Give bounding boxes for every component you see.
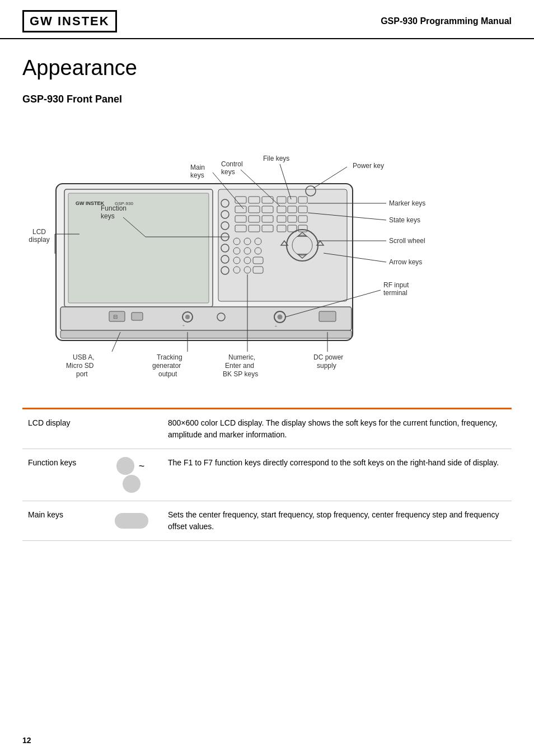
page-header: GW INSTEK GSP-930 Programming Manual <box>0 0 534 39</box>
svg-text:Main: Main <box>190 164 205 171</box>
diagram-svg: GW INSTEK GSP-930 <box>22 116 512 402</box>
svg-text:keys: keys <box>101 212 115 220</box>
svg-text:Enter and: Enter and <box>225 362 254 370</box>
info-table: LCD display 800×600 color LCD display. T… <box>22 409 512 541</box>
row-description: 800×600 color LCD display. The display s… <box>162 409 512 449</box>
svg-text:Arrow keys: Arrow keys <box>389 258 422 266</box>
key-rounded-icon <box>115 513 148 529</box>
main-content: Appearance GSP-930 Front Panel GW INSTEK… <box>0 39 534 552</box>
svg-text:Scroll wheel: Scroll wheel <box>389 237 425 245</box>
logo: GW INSTEK <box>22 10 117 32</box>
svg-text:÷: ÷ <box>182 324 185 328</box>
table-row: Main keys Sets the center frequency, sta… <box>22 501 512 541</box>
tilde-separator: ~ <box>139 460 145 472</box>
svg-text:GW INSTEK: GW INSTEK <box>76 200 104 206</box>
svg-text:Function: Function <box>101 204 127 212</box>
svg-text:State keys: State keys <box>389 216 420 224</box>
svg-text:output: output <box>158 370 177 378</box>
front-panel-diagram: GW INSTEK GSP-930 <box>22 116 512 402</box>
svg-text:DC power: DC power <box>313 353 343 361</box>
svg-text:generator: generator <box>152 362 181 370</box>
svg-text:Power key: Power key <box>353 162 384 170</box>
svg-text:keys: keys <box>221 168 235 176</box>
table-row: Function keys ~ The F1 to F7 function ke… <box>22 449 512 501</box>
svg-text:BK SP keys: BK SP keys <box>223 370 258 378</box>
svg-rect-67 <box>319 311 336 321</box>
svg-text:LCD: LCD <box>32 228 46 236</box>
page-number: 12 <box>22 736 31 745</box>
row-icon-cell <box>101 501 162 541</box>
svg-text:⊟: ⊟ <box>113 314 118 320</box>
header-title: GSP-930 Programming Manual <box>381 16 512 26</box>
row-description: The F1 to F7 function keys directly corr… <box>162 449 512 501</box>
svg-text:Control: Control <box>221 160 243 168</box>
row-icon-cell: ~ <box>101 449 162 501</box>
svg-text:USB A,: USB A, <box>73 353 95 361</box>
logo-text: GW INSTEK <box>30 14 110 28</box>
row-label: LCD display <box>22 409 101 449</box>
svg-point-61 <box>185 315 190 319</box>
svg-text:port: port <box>76 370 88 378</box>
svg-rect-59 <box>132 312 143 320</box>
svg-text:terminal: terminal <box>383 289 407 297</box>
key-circle-icon-2 <box>123 475 140 493</box>
section-title: GSP-930 Front Panel <box>22 94 512 105</box>
row-label: Main keys <box>22 501 101 541</box>
svg-text:Tracking: Tracking <box>157 353 182 361</box>
svg-rect-2 <box>68 193 209 303</box>
svg-rect-68 <box>60 330 352 338</box>
svg-text:Marker keys: Marker keys <box>389 199 425 207</box>
row-icon-cell <box>101 409 162 449</box>
svg-text:File keys: File keys <box>263 155 289 162</box>
table-row: LCD display 800×600 color LCD display. T… <box>22 409 512 449</box>
row-description: Sets the center frequency, start frequen… <box>162 501 512 541</box>
svg-point-65 <box>278 315 283 320</box>
svg-text:supply: supply <box>317 362 336 370</box>
svg-text:Numeric,: Numeric, <box>228 353 255 361</box>
svg-text:RF input: RF input <box>383 281 409 289</box>
svg-text:keys: keys <box>190 171 204 179</box>
svg-text:display: display <box>29 236 49 244</box>
row-label: Function keys <box>22 449 101 501</box>
svg-text:÷: ÷ <box>275 324 277 328</box>
svg-text:Micro SD: Micro SD <box>66 362 94 370</box>
page-title: Appearance <box>22 56 512 80</box>
svg-point-39 <box>292 235 312 255</box>
key-circle-icon <box>116 457 134 475</box>
